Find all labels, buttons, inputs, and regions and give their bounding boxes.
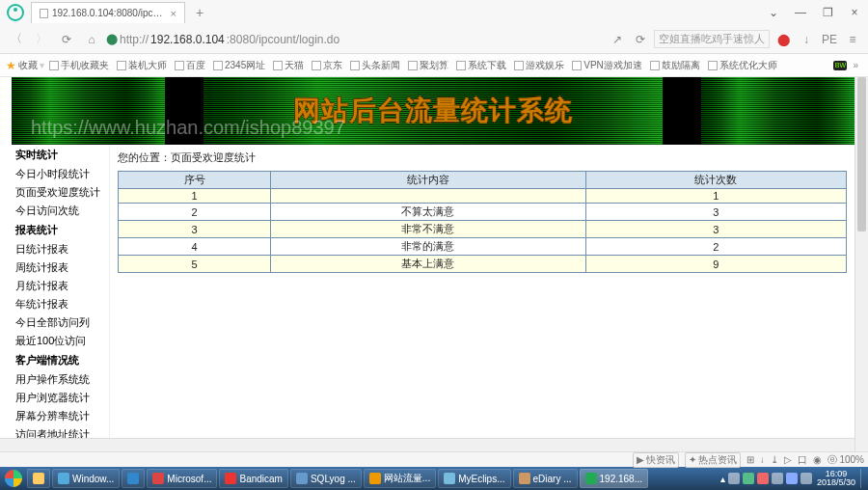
- taskbar-clock[interactable]: 16:092018/5/30: [814, 470, 858, 487]
- table-cell: 基本上满意: [271, 256, 585, 273]
- table-cell: 5: [119, 256, 271, 273]
- browser-titlebar: 192.168.0.104:8080/ipcount/l... × + ⌄ — …: [0, 0, 868, 25]
- sidebar-item[interactable]: 周统计报表: [12, 259, 109, 277]
- menu-icon[interactable]: ≡: [843, 33, 862, 46]
- taskbar-pinned[interactable]: [27, 469, 50, 488]
- back-button[interactable]: 〈: [6, 29, 27, 50]
- bookmark-item[interactable]: 头条新闻: [347, 59, 403, 72]
- taskbar-button[interactable]: SQLyog ...: [290, 469, 362, 488]
- show-desktop-button[interactable]: [860, 469, 866, 488]
- tray-expand-icon[interactable]: ▴: [720, 474, 725, 484]
- bookmarks-more-icon[interactable]: »: [849, 60, 862, 70]
- taskbar-button[interactable]: 网站流量...: [364, 469, 436, 488]
- sidebar-item[interactable]: 今日全部访问列: [12, 313, 109, 332]
- status-icon[interactable]: ⊞: [746, 454, 754, 465]
- taskbar-button[interactable]: MyEclips...: [438, 469, 510, 488]
- window-menu-button[interactable]: ⌄: [760, 0, 787, 25]
- page-banner: 网站后台流量统计系统 https://www.huzhan.com/ishop8…: [12, 77, 854, 145]
- bookmark-item[interactable]: 系统下载: [453, 59, 509, 72]
- forward-button[interactable]: 〉: [31, 29, 52, 50]
- horizontal-scrollbar[interactable]: [0, 438, 854, 451]
- bookmark-item[interactable]: 天猫: [270, 59, 307, 72]
- bookmark-item[interactable]: 百度: [172, 59, 208, 72]
- search-box[interactable]: 空姐直播吃鸡手速惊人: [654, 30, 770, 48]
- status-hot-button[interactable]: ✦ 热点资讯: [685, 452, 741, 468]
- ext-icon[interactable]: ⬤: [773, 33, 793, 46]
- table-row: 3非常不满意3: [119, 221, 847, 238]
- taskbar-button[interactable]: Bandicam: [219, 469, 287, 488]
- bookmark-item[interactable]: 2345网址: [210, 59, 268, 72]
- sidebar-item[interactable]: 日统计报表: [12, 240, 109, 259]
- home-button[interactable]: ⌂: [81, 29, 102, 50]
- bookmark-item[interactable]: 系统优化大师: [705, 59, 780, 72]
- url-field[interactable]: ⬤ http:// 192.168.0.104 :8080/ipcount/lo…: [106, 33, 339, 46]
- start-button[interactable]: [2, 469, 25, 488]
- volume-icon[interactable]: [800, 473, 812, 484]
- tray-icon[interactable]: [757, 473, 769, 484]
- download-icon[interactable]: ↓: [797, 33, 816, 46]
- sidebar-group: 报表统计: [12, 220, 109, 240]
- taskbar-button[interactable]: 192.168...: [580, 469, 648, 488]
- table-cell: 非常不满意: [271, 221, 585, 238]
- zoom-label[interactable]: ⓔ 100%: [827, 453, 864, 467]
- sidebar-item[interactable]: 页面受欢迎度统计: [12, 183, 109, 202]
- vertical-scrollbar[interactable]: [854, 77, 868, 451]
- status-icon[interactable]: ◉: [813, 454, 822, 465]
- watermark: https://www.huzhan.com/ishop89397: [31, 117, 345, 139]
- browser-tab[interactable]: 192.168.0.104:8080/ipcount/l... ×: [31, 2, 185, 23]
- tab-title: 192.168.0.104:8080/ipcount/l...: [52, 8, 167, 18]
- window-minimize-button[interactable]: —: [787, 0, 814, 25]
- window-close-button[interactable]: ×: [841, 0, 868, 25]
- status-icon[interactable]: ▷: [784, 454, 792, 465]
- bookmarks-label: 收藏: [18, 59, 38, 72]
- status-icon[interactable]: 口: [798, 453, 807, 467]
- tray-icon[interactable]: [728, 473, 740, 484]
- sidebar-item[interactable]: 屏幕分辨率统计: [12, 407, 109, 425]
- system-tray[interactable]: ▴: [720, 473, 812, 484]
- scrollbar-thumb[interactable]: [857, 77, 866, 231]
- browser-logo: [0, 0, 31, 25]
- sidebar-item[interactable]: 用户操作系统统: [12, 370, 109, 389]
- sidebar-item[interactable]: 今日访问次统: [12, 202, 109, 220]
- tray-icon[interactable]: [786, 473, 798, 484]
- bookmark-item[interactable]: 鼓励隔离: [647, 59, 703, 72]
- sidebar-item[interactable]: 访问者地址统计: [12, 425, 109, 438]
- table-cell: 非常的满意: [271, 238, 585, 256]
- refresh-icon[interactable]: ⟳: [631, 33, 650, 46]
- bookmark-item[interactable]: 京东: [309, 59, 345, 72]
- status-icon[interactable]: ↓: [760, 454, 765, 465]
- taskbar-button[interactable]: Window...: [52, 469, 120, 488]
- bookmark-item[interactable]: 游戏娱乐: [511, 59, 567, 72]
- window-restore-button[interactable]: ❐: [814, 0, 841, 25]
- bookmark-item[interactable]: 装机大师: [114, 59, 170, 72]
- share-icon[interactable]: ↗: [608, 33, 627, 46]
- table-cell: 2: [119, 204, 271, 221]
- bookmark-item[interactable]: VPN游戏加速: [569, 59, 645, 72]
- status-icon[interactable]: ⤓: [771, 454, 778, 465]
- taskbar-button[interactable]: Microsof...: [147, 469, 217, 488]
- star-icon[interactable]: ★: [6, 59, 16, 72]
- sidebar-item[interactable]: 今日小时段统计: [12, 165, 109, 183]
- sidebar-item[interactable]: 最近100位访问: [12, 332, 109, 350]
- browser-address-bar: 〈 〉 ⟳ ⌂ ⬤ http:// 192.168.0.104 :8080/ip…: [0, 25, 868, 54]
- sidebar-item[interactable]: 月统计报表: [12, 277, 109, 295]
- browser-statusbar: ▶ 快资讯 ✦ 热点资讯 ⊞ ↓ ⤓ ▷ 口 ◉ ⓔ 100%: [0, 451, 868, 467]
- sidebar-item[interactable]: 年统计报表: [12, 295, 109, 313]
- tab-close-button[interactable]: ×: [171, 8, 176, 19]
- taskbar-button[interactable]: [122, 469, 145, 488]
- bookmark-item[interactable]: 手机收藏夹: [46, 59, 112, 72]
- bookmark-item[interactable]: 聚划算: [405, 59, 451, 72]
- new-tab-button[interactable]: +: [191, 5, 208, 20]
- table-row: 4非常的满意2: [119, 238, 847, 256]
- sidebar-item[interactable]: 用户浏览器统计: [12, 389, 109, 407]
- tray-icon[interactable]: [772, 473, 783, 484]
- bw-icon[interactable]: BW: [833, 61, 847, 70]
- fav-icon[interactable]: PE: [820, 33, 839, 46]
- taskbar-button[interactable]: eDiary ...: [513, 469, 578, 488]
- windows-taskbar: Window...Microsof...BandicamSQLyog ...网站…: [0, 467, 868, 490]
- tray-icon[interactable]: [743, 473, 754, 484]
- status-fast-button[interactable]: ▶ 快资讯: [633, 452, 679, 468]
- sidebar: 实时统计今日小时段统计页面受欢迎度统计今日访问次统报表统计日统计报表周统计报表月…: [12, 145, 110, 438]
- breadcrumb-label: 您的位置：: [118, 151, 171, 163]
- reload-button[interactable]: ⟳: [56, 29, 77, 50]
